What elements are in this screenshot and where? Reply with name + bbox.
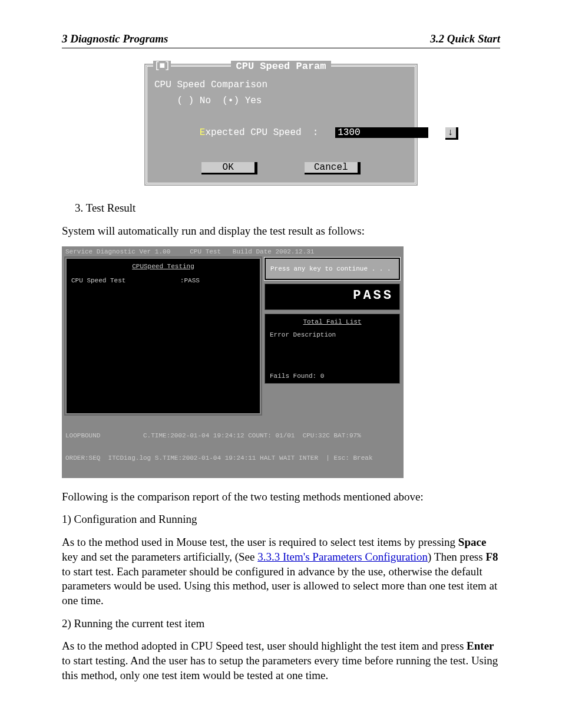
test-log-row: CPU Speed Test :PASS — [71, 276, 255, 285]
test-result-screen: Service Diagnostic Ver 1.00 CPU Test Bui… — [62, 246, 404, 477]
comparison-label: CPU Speed Comparison — [154, 80, 408, 90]
header-right: 3.2 Quick Start — [430, 32, 500, 45]
page-header: 3 Diagnostic Programs 3.2 Quick Start — [62, 32, 500, 48]
expected-speed-input[interactable]: 1300 — [335, 127, 428, 138]
expected-row: Expected CPU Speed : 1300 ↓ — [154, 117, 408, 150]
result-banner: PASS — [265, 284, 400, 310]
paragraph: System will automatically run and displa… — [62, 224, 500, 239]
paragraph: As to the method adopted in CPU Speed te… — [62, 639, 500, 683]
subheading-2: 2) Running the current test item — [62, 617, 500, 631]
cpu-speed-param-dialog: [■] CPU Speed Param CPU Speed Comparison… — [144, 63, 418, 186]
dialog-title: CPU Speed Param — [147, 61, 415, 72]
fail-list-panel: Total Fail List Error Description Fails … — [265, 314, 400, 384]
paragraph: Following is the comparison report of th… — [62, 490, 500, 505]
hotkey-e: E — [200, 127, 206, 138]
subheading-1: 1) Configuration and Running — [62, 512, 500, 527]
test-log-title: CPUSpeed Testing — [71, 262, 255, 271]
chevron-down-icon[interactable]: ↓ — [445, 127, 458, 140]
paragraph: As to the method used in Mouse test, the… — [62, 535, 500, 608]
list-item-3: 3. Test Result — [75, 201, 500, 216]
fail-list-columns: Error Description — [270, 331, 395, 339]
screen-titlebar: Service Diagnostic Ver 1.00 CPU Test Bui… — [62, 246, 404, 257]
cancel-button[interactable]: Cancel — [305, 162, 361, 174]
status-bar: LOOPBOUND C.TIME:2002-01-04 19:24:12 COU… — [62, 416, 404, 478]
test-log-panel: CPUSpeed Testing CPU Speed Test :PASS — [65, 258, 261, 414]
fails-found: Fails Found: 0 — [270, 372, 324, 380]
press-any-key-popup[interactable]: Press any key to continue . . . — [265, 258, 400, 280]
header-left: 3 Diagnostic Programs — [62, 32, 168, 45]
fail-list-title: Total Fail List — [270, 318, 395, 326]
params-config-link[interactable]: 3.3.3 Item's Parameters Configuration — [257, 551, 428, 563]
radio-group[interactable]: ( ) No (•) Yes — [154, 95, 408, 106]
ok-button[interactable]: OK — [201, 162, 257, 174]
